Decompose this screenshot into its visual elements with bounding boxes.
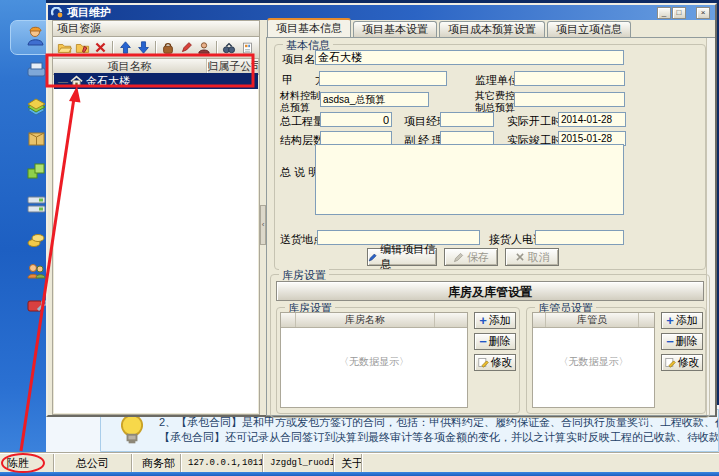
status-user: 陈胜: [0, 454, 54, 472]
other-budget-input[interactable]: [514, 92, 625, 107]
tip-line-2: 【承包合同】还可记录从合同签订到决算到最终审计等各项金额的变化，并以之计算实时反…: [159, 430, 719, 445]
total-quantity-input[interactable]: [320, 112, 392, 127]
status-company: 总公司: [54, 454, 132, 472]
toolbar-separator: [216, 41, 217, 55]
pen-icon[interactable]: [177, 39, 195, 56]
project-manager-input[interactable]: [440, 112, 494, 127]
status-database: Jzgdgl_ruodian: [263, 454, 334, 472]
tree-item-project[interactable]: — 金石大楼: [54, 73, 258, 89]
rooms-remove-button[interactable]: −删除: [474, 333, 516, 350]
move-down-icon[interactable]: [134, 39, 152, 56]
bottom-strip: [0, 472, 719, 476]
plus-icon: +: [666, 316, 674, 326]
keepers-modify-button[interactable]: 修改: [661, 354, 703, 371]
modify-icon: [665, 357, 676, 368]
status-bar: 陈胜 总公司 商务部 127.0.0.1,1011\sqlexps Jzgdgl…: [0, 453, 719, 473]
save-pen-icon: [453, 252, 464, 263]
toolbox-icon[interactable]: [26, 294, 47, 315]
rooms-empty-text: 〈无数据显示〉: [281, 355, 467, 369]
general-note-label: 总 说 明: [280, 165, 319, 180]
plus-icon: +: [479, 316, 487, 326]
column-project-name[interactable]: 项目名称: [53, 59, 207, 74]
dialog-title: 项目维护: [67, 5, 111, 20]
edit-project-button[interactable]: 编辑项目信息: [367, 248, 437, 266]
status-about-link[interactable]: 关于: [334, 454, 362, 472]
toolbar-separator: [155, 41, 156, 55]
tab-cost-budget-settings[interactable]: 项目成本预算设置: [439, 21, 545, 37]
coins-icon[interactable]: [26, 229, 47, 250]
supervisor-label: 监理单位: [475, 73, 519, 88]
rooms-add-button[interactable]: +添加: [474, 312, 516, 329]
warehouse-header-bar: 库房及库管设置: [276, 281, 704, 301]
move-up-icon[interactable]: [116, 39, 134, 56]
maximize-button[interactable]: □: [672, 7, 686, 19]
modify-icon: [478, 357, 489, 368]
tab-project-approval[interactable]: 项目立项信息: [547, 21, 631, 37]
status-server: 127.0.0.1,1011\sqlexps: [181, 454, 263, 472]
keepers-grid[interactable]: 库管员 〈无数据显示〉: [532, 312, 655, 408]
column-subsidiary[interactable]: 归属子公司: [207, 59, 259, 74]
edit-folder-icon[interactable]: [73, 39, 91, 56]
keepers-grid-header: 库管员: [533, 313, 654, 328]
keepers-remove-button[interactable]: −删除: [661, 333, 703, 350]
person-icon[interactable]: [195, 39, 213, 56]
report-chart-icon[interactable]: [26, 96, 47, 117]
minimize-button[interactable]: _: [657, 7, 671, 19]
status-department: 商务部: [132, 454, 181, 472]
tab-basic-settings[interactable]: 项目基本设置: [353, 21, 437, 37]
project-tree[interactable]: — 金石大楼: [54, 73, 258, 413]
report-icon[interactable]: [238, 39, 256, 56]
tab-basic-info[interactable]: 项目基本信息: [267, 18, 351, 37]
project-resources-panel: 项目资源 项目名称 归属子公司: [52, 20, 260, 415]
actual-start-input[interactable]: [558, 112, 626, 127]
general-note-textarea[interactable]: [315, 144, 624, 215]
bag-icon[interactable]: [159, 39, 177, 56]
cancel-x-icon: [515, 252, 525, 262]
bulb-icon: [117, 412, 147, 448]
tree-toolbar: [53, 37, 259, 59]
dialog-titlebar[interactable]: 项目维护 _ □ ×: [48, 5, 715, 20]
cancel-button[interactable]: 取消: [505, 248, 559, 266]
box-icon[interactable]: [26, 127, 47, 148]
list-icon[interactable]: [26, 194, 47, 215]
supervisor-input[interactable]: [514, 71, 625, 86]
panel-caption: 项目资源: [53, 21, 259, 37]
screen: 2、【承包合同】是和甲方或发包方签订的合同，包括：甲供料约定、履约保证金、合同执…: [0, 0, 719, 476]
tree-expander[interactable]: —: [58, 76, 68, 87]
app-logo-icon: [51, 7, 63, 19]
total-quantity-label: 总工程量: [280, 114, 324, 129]
party-a-input[interactable]: [319, 71, 447, 86]
rooms-grid[interactable]: 库房名称 〈无数据显示〉: [280, 312, 468, 408]
worker-icon[interactable]: [25, 25, 46, 46]
keepers-add-button[interactable]: +添加: [661, 312, 703, 329]
delete-x-icon[interactable]: [91, 39, 109, 56]
open-folder-icon[interactable]: [55, 39, 73, 56]
house-icon: [70, 75, 83, 87]
close-button[interactable]: ×: [696, 7, 710, 19]
minus-icon: −: [479, 337, 487, 347]
toolbar-separator: [112, 41, 113, 55]
rooms-grid-header: 库房名称: [281, 313, 467, 328]
printer-icon[interactable]: [26, 60, 47, 81]
keepers-name-column: 库管员: [546, 313, 639, 327]
project-name-input[interactable]: [315, 50, 624, 65]
receiver-phone-input[interactable]: [535, 230, 624, 245]
users-icon[interactable]: [26, 261, 47, 282]
tree-item-label: 金石大楼: [86, 74, 130, 89]
edit-pen-icon: [368, 252, 377, 263]
keepers-empty-text: 〈无数据显示〉: [533, 355, 654, 369]
rooms-modify-button[interactable]: 修改: [474, 354, 516, 371]
tab-bar: 项目基本信息 项目基本设置 项目成本预算设置 项目立项信息: [267, 20, 633, 37]
minus-icon: −: [666, 337, 674, 347]
material-budget-input[interactable]: [320, 92, 429, 107]
app-sidebar: [0, 0, 46, 453]
rooms-name-column: 库房名称: [296, 313, 435, 327]
keepers-indicator-column: [533, 313, 546, 327]
project-maintenance-dialog: 项目维护 _ □ × 项目资源: [46, 3, 717, 417]
rooms-indicator-column: [281, 313, 296, 327]
materials-icon[interactable]: [26, 160, 47, 181]
save-button[interactable]: 保存: [444, 248, 498, 266]
find-icon[interactable]: [220, 39, 238, 56]
